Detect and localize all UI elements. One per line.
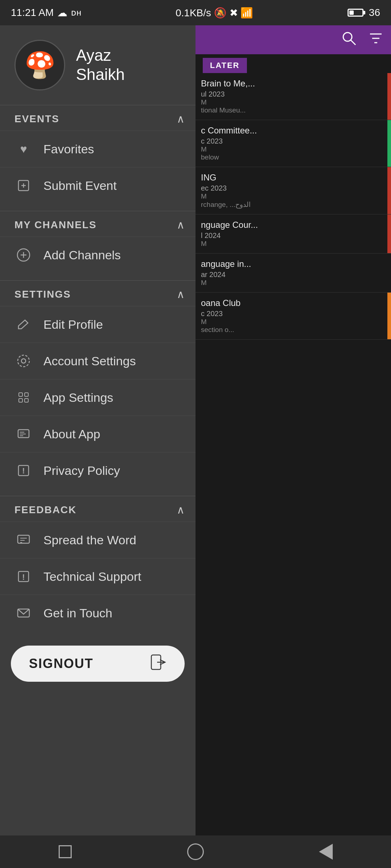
menu-item-privacy-policy[interactable]: ! Privacy Policy — [0, 452, 196, 489]
submit-event-icon — [14, 176, 33, 195]
nav-back-button[interactable] — [315, 841, 337, 863]
settings-title: SETTINGS — [14, 289, 71, 300]
right-panel: LATER Brain to Me,... ul 2023 M tional M… — [196, 25, 391, 835]
add-channels-icon — [14, 246, 33, 264]
privacy-policy-label: Privacy Policy — [43, 464, 120, 478]
feedback-chevron-icon: ∧ — [177, 503, 185, 516]
edit-profile-icon — [14, 315, 33, 333]
event-card-3[interactable]: ING ec 2023 M rchange, ...الدوح — [196, 167, 391, 214]
technical-support-label: Technical Support — [43, 570, 141, 584]
svg-point-6 — [21, 359, 26, 363]
nav-triangle-icon — [319, 844, 333, 860]
event-sub-1: M — [201, 98, 385, 106]
account-settings-label: Account Settings — [43, 354, 136, 368]
battery-fill — [349, 10, 354, 15]
event-date-4: l 2024 — [201, 231, 385, 240]
event-sub-5: M — [201, 279, 385, 287]
battery-icon — [348, 9, 363, 17]
menu-item-account-settings[interactable]: Account Settings — [0, 342, 196, 379]
svg-rect-8 — [19, 393, 22, 396]
event-date-2: c 2023 — [201, 137, 385, 145]
favorites-label: Favorites — [43, 142, 94, 156]
event-sub-2: M — [201, 145, 385, 153]
svg-rect-9 — [25, 393, 28, 396]
event-accent-3 — [387, 167, 391, 214]
spread-word-icon — [14, 531, 33, 549]
event-accent-1 — [387, 73, 391, 120]
about-app-label: About App — [43, 427, 100, 441]
event-date-1: ul 2023 — [201, 90, 385, 98]
menu-item-app-settings[interactable]: App Settings — [0, 379, 196, 416]
later-badge-container: LATER — [196, 54, 391, 73]
svg-point-27 — [343, 33, 352, 41]
svg-rect-11 — [25, 399, 28, 402]
dh-icon: ᴅн — [71, 8, 81, 18]
feedback-section-header[interactable]: FEEDBACK ∧ — [0, 496, 196, 522]
menu-item-spread-word[interactable]: Spread the Word — [0, 522, 196, 558]
event-card-1[interactable]: Brain to Me,... ul 2023 M tional Museu..… — [196, 73, 391, 120]
my-channels-section-header[interactable]: MY CHANNELS ∧ — [0, 211, 196, 237]
event-card-2[interactable]: c Committee... c 2023 M below — [196, 120, 391, 167]
right-header — [196, 25, 391, 54]
event-extra-6: section o... — [201, 326, 385, 334]
app-settings-icon — [14, 388, 33, 407]
event-extra-2: below — [201, 153, 385, 161]
event-title-6: oana Club — [201, 298, 385, 308]
menu-item-get-in-touch[interactable]: Get in Touch — [0, 595, 196, 631]
avatar-image: 🍄 — [24, 50, 56, 80]
event-date-6: c 2023 — [201, 310, 385, 318]
menu-item-about-app[interactable]: About App — [0, 416, 196, 452]
svg-rect-10 — [19, 399, 22, 402]
nav-circle-icon — [187, 843, 204, 860]
menu-item-favorites[interactable]: ♥ Favorites — [0, 131, 196, 167]
profile-section: 🍄 Ayaz Shaikh — [0, 25, 196, 105]
add-channels-label: Add Channels — [43, 248, 121, 262]
technical-support-icon: ! — [14, 567, 33, 586]
svg-point-7 — [18, 355, 29, 367]
my-channels-chevron-icon: ∧ — [177, 218, 185, 231]
signout-label: SIGNOUT — [29, 656, 93, 671]
get-in-touch-label: Get in Touch — [43, 606, 112, 620]
signout-section: SIGNOUT — [0, 631, 196, 696]
event-card-6[interactable]: oana Club c 2023 M section o... — [196, 293, 391, 340]
battery-level: 36 — [369, 7, 380, 18]
svg-line-28 — [351, 40, 356, 45]
event-date-3: ec 2023 — [201, 184, 385, 192]
menu-item-add-channels[interactable]: Add Channels — [0, 237, 196, 273]
event-sub-4: M — [201, 240, 385, 248]
mute-icon: 🔕 ✖ — [214, 7, 238, 18]
time-display: 11:21 AM — [11, 7, 54, 18]
signout-button[interactable]: SIGNOUT — [11, 646, 185, 682]
event-accent-2 — [387, 120, 391, 167]
avatar[interactable]: 🍄 — [14, 40, 65, 90]
menu-item-edit-profile[interactable]: Edit Profile — [0, 306, 196, 342]
get-in-touch-icon — [14, 604, 33, 622]
menu-item-submit-event[interactable]: Submit Event — [0, 167, 196, 204]
menu-item-technical-support[interactable]: ! Technical Support — [0, 558, 196, 595]
events-section-header[interactable]: EVENTS ∧ — [0, 105, 196, 131]
submit-event-label: Submit Event — [43, 179, 117, 193]
filter-icon[interactable] — [368, 30, 384, 50]
profile-name: Ayaz Shaikh — [76, 46, 125, 84]
event-title-2: c Committee... — [201, 125, 385, 136]
events-chevron-icon: ∧ — [177, 112, 185, 125]
event-title-4: nguage Cour... — [201, 220, 385, 230]
event-date-5: ar 2024 — [201, 271, 385, 279]
event-accent-4 — [387, 214, 391, 253]
event-card-4[interactable]: nguage Cour... l 2024 M — [196, 214, 391, 254]
svg-rect-18 — [18, 535, 29, 543]
favorites-icon: ♥ — [14, 140, 33, 158]
settings-section-header[interactable]: SETTINGS ∧ — [0, 280, 196, 306]
event-sub-3: M — [201, 192, 385, 200]
nav-home-button[interactable] — [185, 841, 206, 863]
nav-square-button[interactable] — [54, 841, 76, 863]
settings-chevron-icon: ∧ — [177, 288, 185, 301]
event-accent-6 — [387, 293, 391, 339]
event-card-5[interactable]: anguage in... ar 2024 M — [196, 254, 391, 293]
about-app-icon — [14, 425, 33, 443]
cloud-icon: ☁ — [57, 7, 67, 19]
status-right: 36 — [348, 7, 380, 18]
search-icon[interactable] — [341, 30, 357, 50]
app-settings-label: App Settings — [43, 391, 113, 405]
event-sub-6: M — [201, 318, 385, 326]
